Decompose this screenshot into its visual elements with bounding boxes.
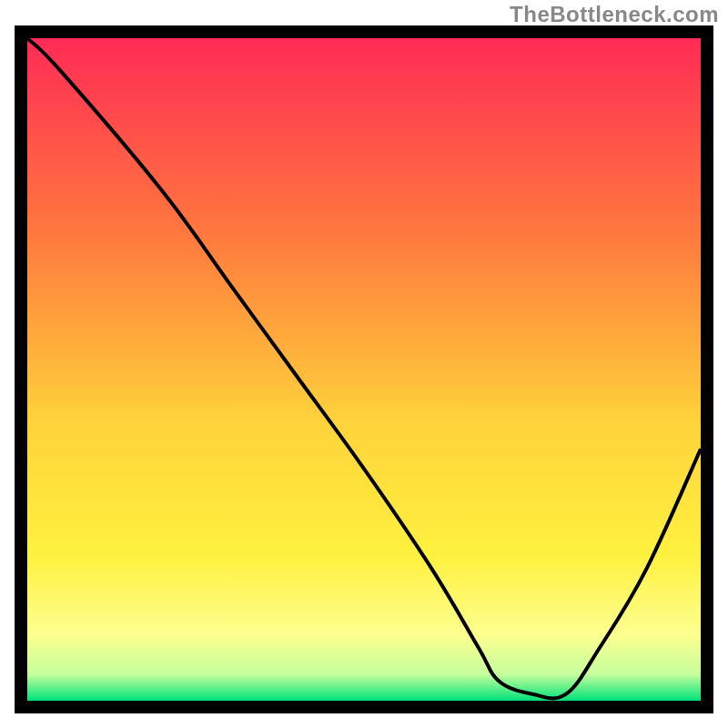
optimal-marker xyxy=(512,690,552,701)
plot-area xyxy=(27,38,701,701)
watermark-text: TheBottleneck.com xyxy=(510,2,719,27)
gradient-background xyxy=(27,38,701,701)
bottleneck-curve xyxy=(27,38,701,701)
curve-path xyxy=(27,38,701,698)
gradient-rect xyxy=(27,38,701,701)
chart-container: TheBottleneck.com xyxy=(0,0,728,728)
plot-frame xyxy=(15,25,713,713)
